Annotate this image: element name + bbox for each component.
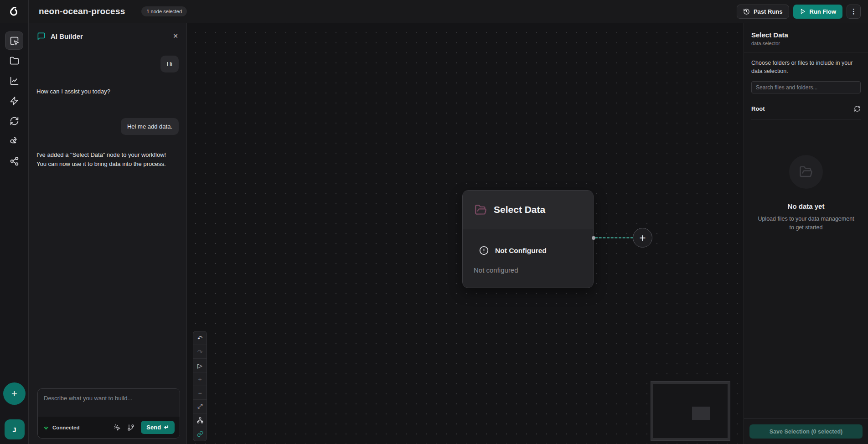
select-data-node[interactable]: Select Data Not Configured Not configure… — [462, 190, 594, 288]
save-selection-button[interactable]: Save Selection (0 selected) — [749, 424, 863, 439]
plus-icon: + — [639, 232, 646, 244]
root-row: Root — [751, 105, 861, 112]
lightning-icon — [10, 96, 19, 106]
inspector-header: Select Data data.selector — [744, 23, 868, 52]
plus-icon: + — [198, 376, 202, 383]
history-icon — [743, 8, 750, 15]
sidebar-item-webhooks[interactable] — [5, 132, 23, 150]
close-panel-button[interactable]: ✕ — [173, 33, 178, 39]
zoom-out-button[interactable]: − — [193, 386, 207, 400]
link-icon — [197, 431, 203, 437]
app-logo[interactable] — [0, 0, 29, 23]
user-avatar[interactable]: J — [5, 419, 25, 439]
sidebar-item-select-tool[interactable] — [5, 31, 23, 50]
ai-builder-header: AI Builder ✕ — [29, 23, 186, 49]
sidebar-item-sync[interactable] — [5, 112, 23, 130]
connection-status-label: Connected — [52, 425, 79, 430]
toggle-edges-button[interactable] — [193, 427, 207, 441]
chat-input-container: Connected — [37, 388, 180, 439]
alert-circle-icon — [479, 246, 489, 255]
inspector-panel: Select Data data.selector Choose folders… — [744, 23, 868, 444]
hierarchy-icon — [197, 417, 203, 423]
inspector-footer: Save Selection (0 selected) — [744, 418, 868, 444]
more-options-button[interactable]: ⋮ — [847, 5, 861, 19]
git-branch-icon — [127, 424, 134, 431]
close-icon: ✕ — [173, 32, 178, 40]
square-mouse-pointer-icon — [10, 36, 19, 46]
folder-icon — [10, 56, 19, 66]
chat-input[interactable] — [38, 389, 180, 415]
sidebar-item-automations[interactable] — [5, 92, 23, 110]
kebab-icon: ⋮ — [850, 7, 857, 15]
auto-layout-button[interactable] — [193, 413, 207, 427]
refresh-root-button[interactable] — [854, 105, 861, 112]
node-body: Not Configured Not configured — [463, 229, 593, 288]
run-flow-label: Run Flow — [810, 8, 837, 15]
run-flow-button[interactable]: Run Flow — [793, 5, 843, 19]
chat-message-user: Hel me add data. — [121, 118, 179, 135]
redo-button[interactable]: ↷ — [193, 345, 207, 359]
node-status: Not Configured — [495, 247, 547, 255]
branch-action-button[interactable] — [127, 424, 134, 431]
sidebar-item-share[interactable] — [5, 152, 23, 170]
page-title: neon-ocean-process — [39, 6, 125, 16]
inspector-description: Choose folders or files to include in yo… — [751, 59, 861, 75]
top-bar: neon-ocean-process 1 node selected Past … — [0, 0, 868, 23]
chat-message-assistant: How can I assist you today? — [36, 87, 110, 96]
sidebar-item-files[interactable] — [5, 52, 23, 70]
add-node-fab[interactable]: + — [3, 382, 26, 405]
send-button[interactable]: Send ↵ — [141, 421, 175, 434]
empty-state-title: No data yet — [751, 202, 861, 210]
ai-builder-title: AI Builder — [51, 32, 83, 40]
run-button[interactable]: ▷ — [193, 359, 207, 372]
enter-key-icon: ↵ — [164, 424, 169, 431]
empty-state: No data yet Upload files to your data ma… — [751, 155, 861, 232]
refresh-icon — [10, 116, 19, 126]
connection-status: Connected — [43, 424, 79, 431]
chat-message-assistant: I've added a "Select Data" node to your … — [36, 150, 174, 169]
refresh-icon — [854, 105, 861, 112]
past-runs-button[interactable]: Past Runs — [737, 5, 789, 19]
search-input[interactable] — [751, 81, 861, 93]
undo-icon: ↶ — [197, 335, 203, 342]
webhook-icon — [10, 136, 19, 146]
mouse-pointer-click-icon — [114, 424, 121, 431]
plus-icon: + — [11, 388, 17, 400]
minus-icon: − — [198, 389, 202, 397]
send-label: Send — [146, 424, 161, 431]
sidebar-item-analytics[interactable] — [5, 72, 23, 90]
pointer-action-button[interactable] — [114, 424, 121, 431]
node-header: Select Data — [463, 191, 593, 229]
empty-state-subtitle: Upload files to your data management to … — [757, 215, 855, 232]
chat-message-user: Hi — [160, 56, 179, 72]
logo-icon — [7, 5, 21, 18]
expand-icon: ⤢ — [197, 403, 202, 410]
play-icon: ▷ — [197, 362, 202, 369]
redo-icon: ↷ — [197, 348, 203, 356]
wifi-icon — [43, 424, 49, 431]
flow-canvas[interactable]: Select Data Not Configured Not configure… — [187, 23, 744, 444]
undo-button[interactable]: ↶ — [193, 331, 207, 345]
ai-builder-panel: AI Builder ✕ Hi How can I assist you tod… — [29, 23, 187, 444]
canvas-toolbar: ↶ ↷ ▷ + − ⤢ — [193, 331, 207, 441]
inspector-title: Select Data — [751, 31, 861, 39]
share-icon — [10, 156, 19, 166]
pending-edge — [595, 237, 633, 238]
add-next-node-button[interactable]: + — [633, 228, 652, 248]
minimap[interactable] — [651, 382, 730, 440]
empty-state-circle — [789, 155, 823, 189]
play-icon — [800, 8, 806, 15]
left-icon-sidebar: + J — [0, 23, 29, 444]
chart-line-icon — [10, 76, 19, 86]
zoom-in-button[interactable]: + — [193, 372, 207, 386]
folder-open-icon — [475, 204, 487, 216]
node-title: Select Data — [494, 204, 545, 215]
inspector-body: Choose folders or files to include in yo… — [744, 52, 868, 418]
minimap-node — [692, 407, 710, 420]
chat-bubble-icon — [37, 32, 46, 41]
folder-open-icon — [799, 165, 813, 179]
chat-messages: Hi How can I assist you today? Hel me ad… — [29, 49, 186, 388]
fit-view-button[interactable]: ⤢ — [193, 400, 207, 413]
past-runs-label: Past Runs — [754, 8, 783, 15]
node-status-subtitle: Not configured — [474, 266, 581, 274]
